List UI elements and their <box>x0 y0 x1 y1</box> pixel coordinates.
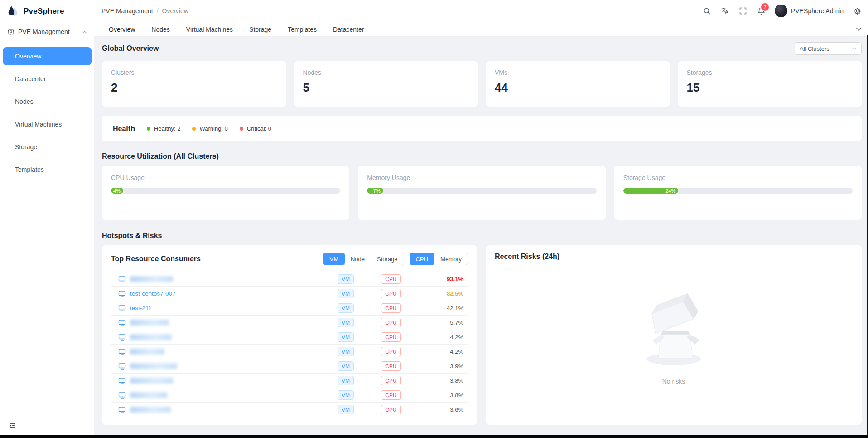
logo-drop-icon <box>6 5 19 18</box>
table-row: VMCPU3.8% <box>111 388 468 403</box>
consumer-metric-cpu-button[interactable]: CPU <box>410 253 434 265</box>
health-title: Health <box>113 125 135 133</box>
notification-badge: 7 <box>761 3 769 11</box>
stat-cards: Clusters2Nodes5VMs44Storages15 <box>102 61 862 107</box>
gear-icon[interactable] <box>853 6 862 15</box>
consumer-name-cell <box>111 359 323 373</box>
progress-fill: 4% <box>111 188 123 194</box>
cpu-tag: CPU <box>381 361 400 371</box>
tab-storage[interactable]: Storage <box>241 22 280 36</box>
consumer-value: 42.1% <box>414 301 468 315</box>
consumer-value: 82.5% <box>414 287 468 301</box>
consumer-type-node-button[interactable]: Node <box>344 253 371 265</box>
health-item: Healthy: 2 <box>147 125 181 132</box>
vm-name-link[interactable]: test-centos7-007 <box>130 290 176 297</box>
monitor-icon <box>118 319 126 326</box>
vm-tag: VM <box>338 289 354 298</box>
sidebar-item-storage[interactable]: Storage <box>3 138 92 156</box>
chevron-up-icon <box>82 30 87 34</box>
consumer-value: 5.7% <box>414 316 468 330</box>
consumer-type-cell: VM <box>323 301 368 315</box>
redacted-vm-name <box>130 407 171 413</box>
tab-templates[interactable]: Templates <box>280 22 325 36</box>
vm-name-link[interactable]: test-211 <box>130 305 152 311</box>
progress-bar: 24% <box>623 188 853 194</box>
top-consumers-title: Top Resource Consumers <box>111 255 201 263</box>
util-label: CPU Usage <box>111 174 340 181</box>
sidebar-item-overview[interactable]: Overview <box>3 47 92 65</box>
consumer-type-cell: VM <box>323 359 368 373</box>
app-title: PveSphere <box>24 7 64 16</box>
stat-value: 15 <box>687 81 853 95</box>
vm-tag: VM <box>338 347 354 356</box>
user-menu[interactable]: PVESphere Admin <box>775 5 844 17</box>
cluster-filter-select[interactable]: All Clusters <box>795 42 862 55</box>
util-card-cpu-usage: CPU Usage4% <box>102 166 349 220</box>
stat-label: Clusters <box>111 69 277 76</box>
table-row: test-centos7-007VMCPU82.5% <box>111 287 468 301</box>
breadcrumb: PVE Management / Overview <box>101 7 188 15</box>
table-row: VMCPU3.8% <box>111 374 468 388</box>
table-row: VMCPU93.1% <box>111 272 468 287</box>
consumer-type-storage-button[interactable]: Storage <box>371 253 404 265</box>
utilization-title: Resource Utilization (All Clusters) <box>102 152 862 161</box>
sidebar-item-templates[interactable]: Templates <box>3 161 92 179</box>
tab-nodes[interactable]: Nodes <box>143 22 178 36</box>
redacted-vm-name <box>130 363 177 369</box>
vm-tag: VM <box>338 303 354 313</box>
progress-fill: 24% <box>623 188 679 194</box>
stat-card-vms: VMs44 <box>486 61 670 107</box>
tabs-overflow-chevron-down-icon[interactable] <box>856 27 862 31</box>
consumer-name-cell <box>111 403 323 417</box>
consumer-value: 4.2% <box>414 330 468 344</box>
consumer-type-cell: VM <box>323 403 368 417</box>
monitor-icon <box>118 392 126 399</box>
stat-value: 44 <box>495 81 661 95</box>
breadcrumb-project[interactable]: PVE Management <box>101 7 153 15</box>
vm-tag: VM <box>338 390 354 400</box>
sidebar-item-nodes[interactable]: Nodes <box>3 92 92 111</box>
consumer-value: 3.6% <box>414 403 468 417</box>
sidebar-item-virtual-machines[interactable]: Virtual Machines <box>3 115 92 133</box>
project-selector[interactable]: PVE Management <box>0 23 94 41</box>
consumer-type-cell: VM <box>323 345 368 359</box>
tab-virtual-machines[interactable]: Virtual Machines <box>178 22 241 36</box>
menu-fold-icon[interactable] <box>8 421 17 430</box>
sidebar: PveSphere PVE Management OverviewDatacen… <box>0 0 94 435</box>
search-icon[interactable] <box>702 6 711 15</box>
cpu-tag: CPU <box>381 405 400 414</box>
progress-percent-label: 24% <box>665 188 675 194</box>
consumer-value: 3.8% <box>414 374 468 388</box>
consumer-name-cell <box>111 374 323 388</box>
tab-overview[interactable]: Overview <box>101 22 143 36</box>
progress-bar: 7% <box>367 188 596 194</box>
redacted-vm-name <box>130 378 173 384</box>
breadcrumb-current: Overview <box>162 7 188 15</box>
tab-datacenter[interactable]: Datacenter <box>325 22 372 36</box>
consumer-type-cell: VM <box>323 316 368 330</box>
health-item-label: Warning: 0 <box>199 125 227 132</box>
user-name: PVESphere Admin <box>791 7 844 15</box>
vm-tag: VM <box>338 361 354 371</box>
translate-icon[interactable] <box>720 6 729 15</box>
stat-card-clusters: Clusters2 <box>102 61 286 107</box>
cpu-tag: CPU <box>381 274 400 284</box>
fullscreen-icon[interactable] <box>738 6 747 15</box>
sidebar-item-datacenter[interactable]: Datacenter <box>3 70 92 88</box>
stat-card-nodes: Nodes5 <box>294 61 478 107</box>
util-card-memory-usage: Memory Usage7% <box>358 166 605 220</box>
cpu-tag: CPU <box>381 318 400 327</box>
monitor-icon <box>118 406 126 414</box>
sidebar-footer <box>0 416 94 435</box>
redacted-vm-name <box>130 276 173 282</box>
table-row: VMCPU3.9% <box>111 359 468 374</box>
window-bottom-edge <box>0 435 868 438</box>
consumer-metric-cell: CPU <box>368 330 414 344</box>
stat-label: Storages <box>687 69 853 76</box>
consumer-type-vm-button[interactable]: VM <box>323 253 345 265</box>
bell-icon[interactable]: 7 <box>757 6 766 15</box>
stat-label: Nodes <box>303 69 469 76</box>
consumer-metric-memory-button[interactable]: Memory <box>434 253 468 265</box>
monitor-icon <box>118 348 126 355</box>
consumer-name-cell <box>111 316 323 330</box>
